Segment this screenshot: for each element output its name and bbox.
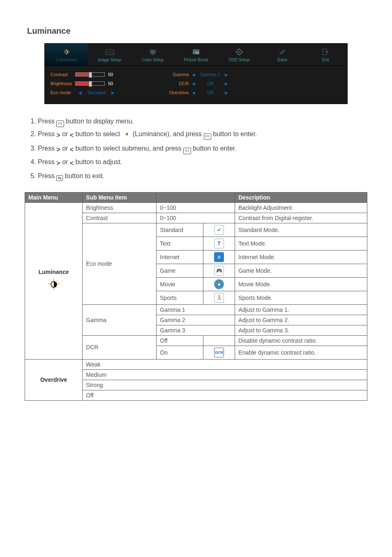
instruction-list: Press III button to display menu. Press … [27,116,367,182]
reference-table: Main Menu Sub Menu Item Description Lumi… [25,192,367,401]
description: Sports Mode. [235,291,367,304]
slider[interactable] [75,72,105,77]
image-setup-icon [88,48,131,56]
description: Enable dynamic contrast ratio. [235,346,367,359]
description: Contrast from Digital-register. [235,213,367,223]
row-label: Eco mode [51,90,75,95]
th-main-menu: Main Menu [25,192,83,202]
arrow-left-icon[interactable]: ◀ [75,91,85,95]
osd-tab-extra[interactable]: Extra [261,44,304,66]
description: Adjust to Gamma 2. [235,315,367,325]
empty-cell [203,335,235,346]
description: Backlight Adjustment. [235,202,367,213]
menu-button-icon: III [56,121,64,127]
description: Movie Mode. [235,277,367,291]
option: Gamma 2 [157,315,235,325]
arrow-left-icon[interactable]: ◀ [189,91,198,95]
text: button to display menu. [66,118,134,125]
row-label: Contrast [51,72,75,77]
sports-mode-icon: 🏃 [214,293,224,303]
mode-icon-cell: ✔ [203,223,235,237]
menu-button-icon: III [204,133,212,140]
arrow-right-icon[interactable]: ▶ [221,72,231,77]
sub-menu: Contrast [83,213,157,223]
arrow-right-icon[interactable]: ▶ [221,91,231,95]
text: button to enter. [193,145,237,152]
game-mode-icon: 🎮 [214,266,224,276]
arrow-right-icon[interactable]: ▶ [108,91,118,95]
row-label: Gamma [164,72,189,77]
option: 0~100 [157,202,235,213]
osd-row-dcr[interactable]: DCR ◀ Off ▶ [164,79,270,88]
text: or [62,158,70,165]
tab-label: OSD Setup [218,58,261,62]
osd-tab-color-setup[interactable]: Color Setup [131,44,174,66]
arrow-right-icon[interactable]: ▶ [221,81,231,86]
svg-point-5 [151,51,155,55]
slider[interactable] [75,81,105,86]
option: Internet [157,250,203,264]
description: Adjust to Gamma 1. [235,304,367,315]
table-row: Luminance Brightness 0~100 Backlight Adj… [25,202,367,213]
option: Gamma 3 [157,325,235,335]
option: 0~100 [157,213,235,223]
svg-rect-7 [195,51,199,54]
slider-value: 50 [108,72,117,77]
description: Game Mode. [235,264,367,277]
osd-tab-bar: Luminance Image Setup Color Setup Pictur… [45,44,347,66]
tab-label: Exit [304,58,347,62]
chevron-right-icon: > [56,158,60,169]
tab-label: Color Setup [131,58,174,62]
osd-tab-image-setup[interactable]: Image Setup [88,44,131,66]
select-value: Off [198,81,221,86]
osd-row-eco-mode[interactable]: Eco mode ◀ Standard ▶ [51,88,157,97]
osd-row-gamma[interactable]: Gamma ◀ Gamma 1 ▶ [164,70,270,79]
text: button to select [76,130,122,137]
instruction-2: Press > or < button to select (Luminance… [38,128,367,142]
osd-row-overdrive[interactable]: Overdrive ◀ Off ▶ [164,88,270,97]
table-row: Overdrive Weak [25,359,367,369]
osd-row-brightness[interactable]: Brightness 50 [51,79,157,88]
option: On [157,346,203,359]
internet-mode-icon: e [214,252,224,262]
osd-tab-picture-boost[interactable]: Picture Boost [174,44,217,66]
description: Adjust to Gamma 3. [235,325,367,335]
osd-right-column: Gamma ◀ Gamma 1 ▶ DCR ◀ Off ▶ Overdrive … [164,70,270,97]
auto-exit-button-icon: ↹ [56,175,63,181]
option: Strong [83,380,367,390]
osd-tab-luminance[interactable]: Luminance [45,44,88,66]
row-label: Overdrive [164,90,189,95]
text: button to select submenu, and press [76,145,183,152]
instruction-5: Press ↹ button to exit. [38,170,367,182]
sub-menu: DCR [83,335,157,359]
instruction-4: Press > or < button to adjust. [38,156,367,169]
chevron-left-icon: < [70,158,74,169]
description: Text Mode. [235,237,367,250]
th-description: Description [235,192,367,202]
tab-label: Image Setup [88,58,131,62]
description: Standard Mode. [235,223,367,237]
picture-boost-icon [174,48,217,56]
arrow-left-icon[interactable]: ◀ [189,81,198,86]
description: Disable dynamic contrast ratio. [235,335,367,346]
osd-left-column: Contrast 50 Brightness 50 Eco mode ◀ Sta… [51,70,157,97]
exit-icon [304,48,347,56]
osd-tab-exit[interactable]: Exit [304,44,347,66]
text: or [62,145,70,152]
description: Internet Mode. [235,250,367,264]
text: Press [38,130,56,137]
osd-tab-osd-setup[interactable]: OSD Setup [218,44,261,66]
movie-mode-icon: ● [214,279,224,289]
standard-mode-icon: ✔ [214,225,224,235]
text: Press [38,118,56,125]
text: Press [38,158,56,165]
option: Game [157,264,203,277]
dcr-icon: DCR [214,348,224,357]
osd-row-contrast[interactable]: Contrast 50 [51,70,157,79]
arrow-left-icon[interactable]: ◀ [189,72,198,77]
chevron-right-icon: > [56,130,60,142]
option: Off [83,390,367,400]
label: Luminance [39,269,69,275]
option: Standard [157,223,203,237]
th-sub-menu: Sub Menu Item [83,192,157,202]
